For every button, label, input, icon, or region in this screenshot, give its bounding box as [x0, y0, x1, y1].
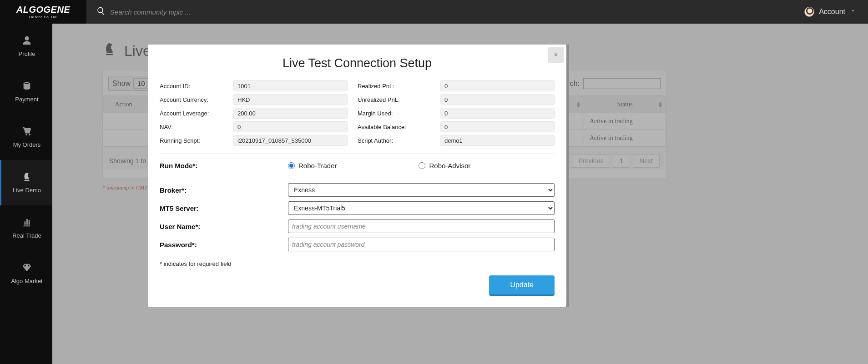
broker-select[interactable]: Exness — [288, 183, 555, 197]
sidebar-item-payment[interactable]: Payment — [0, 69, 52, 115]
close-icon: × — [554, 51, 558, 59]
margin-label: Margin Used: — [358, 110, 430, 117]
robo-advisor-label: Robo-Advisor — [429, 162, 470, 170]
close-button[interactable]: × — [548, 47, 564, 63]
broker-label: Broker*: — [160, 186, 283, 194]
robo-trader-radio[interactable] — [288, 162, 295, 169]
account-menu[interactable]: Account — [804, 7, 868, 17]
account-label: Account — [819, 8, 845, 16]
leverage-value: 200.00 — [233, 108, 348, 119]
modal-title: Live Test Connection Setup — [148, 45, 566, 80]
unrealized-pnl-label: Unrealized PnL: — [358, 96, 430, 103]
sidebar-item-label: Payment — [15, 96, 38, 103]
unrealized-pnl-value: 0 — [440, 94, 555, 105]
cart-icon — [22, 126, 32, 138]
sidebar-item-profile[interactable]: Profile — [0, 24, 52, 69]
sidebar-item-label: Real Trade — [12, 232, 41, 239]
brand-logo[interactable]: ALGOGENE FinTech Co. Ltd. — [0, 0, 86, 24]
required-note: * indicates for required field — [160, 260, 555, 267]
global-search[interactable] — [86, 6, 804, 17]
running-script-label: Running Script: — [160, 137, 223, 144]
account-id-label: Account ID: — [160, 83, 223, 90]
robo-trader-option[interactable]: Robo-Trader — [288, 162, 337, 170]
sidebar-item-label: Live Demo — [13, 187, 41, 194]
avail-balance-value: 0 — [440, 121, 555, 132]
running-script-value: l20210917_010857_535000 — [233, 135, 348, 146]
avail-balance-label: Available Balance: — [358, 124, 430, 130]
sidebar: Profile Payment My Orders Live Demo Real… — [0, 24, 52, 364]
avatar-icon — [804, 7, 814, 17]
coins-icon — [22, 81, 32, 92]
mt5-server-select[interactable]: Exness-MT5Trial5 — [288, 201, 555, 215]
sidebar-item-algomarket[interactable]: Algo Market — [0, 251, 52, 296]
currency-label: Account Currency: — [160, 96, 223, 103]
sidebar-item-orders[interactable]: My Orders — [0, 115, 52, 160]
sidebar-item-realtrade[interactable]: Real Trade — [0, 205, 52, 251]
sidebar-item-label: Algo Market — [11, 278, 42, 284]
robo-trader-label: Robo-Trader — [298, 162, 337, 170]
script-author-label: Script Author: — [358, 137, 430, 144]
nav-value: 0 — [233, 121, 348, 132]
search-icon — [96, 6, 106, 17]
password-label: Password*: — [160, 241, 283, 249]
account-info: Account ID: 1001 Realized PnL: 0 Account… — [160, 80, 555, 154]
username-input[interactable] — [288, 219, 555, 233]
robo-advisor-radio[interactable] — [419, 162, 425, 169]
realized-pnl-label: Realized PnL: — [358, 83, 430, 90]
account-id-value: 1001 — [233, 80, 348, 91]
sidebar-item-label: My Orders — [13, 141, 41, 148]
script-author-value: demo1 — [440, 135, 555, 146]
run-mode-label: Run Mode*: — [160, 162, 283, 170]
connection-form: Run Mode*: Robo-Trader Robo-Advisor Brok… — [160, 162, 555, 251]
chevron-down-icon — [850, 8, 856, 16]
chart-icon — [22, 217, 32, 229]
leverage-label: Account Leverage: — [160, 110, 223, 117]
server-label: MT5 Server: — [160, 204, 283, 212]
connection-setup-modal: × Live Test Connection Setup Account ID:… — [148, 45, 566, 307]
username-label: User Name*: — [160, 223, 283, 230]
password-input[interactable] — [288, 238, 555, 251]
nav-label: NAV: — [160, 124, 223, 130]
brand-main: ALGOGENE — [16, 5, 70, 14]
diamond-icon — [22, 263, 32, 274]
knight-icon — [22, 172, 32, 183]
robo-advisor-option[interactable]: Robo-Advisor — [419, 162, 470, 170]
currency-value: HKD — [233, 94, 348, 105]
user-icon — [22, 35, 32, 47]
sidebar-item-livedemo[interactable]: Live Demo — [0, 160, 52, 205]
sidebar-item-label: Profile — [19, 50, 35, 57]
search-input[interactable] — [110, 8, 292, 16]
brand-sub: FinTech Co. Ltd. — [29, 15, 57, 19]
topbar: ALGOGENE FinTech Co. Ltd. Account — [0, 0, 868, 24]
realized-pnl-value: 0 — [440, 80, 555, 91]
margin-value: 0 — [440, 108, 555, 119]
update-button[interactable]: Update — [489, 275, 555, 296]
